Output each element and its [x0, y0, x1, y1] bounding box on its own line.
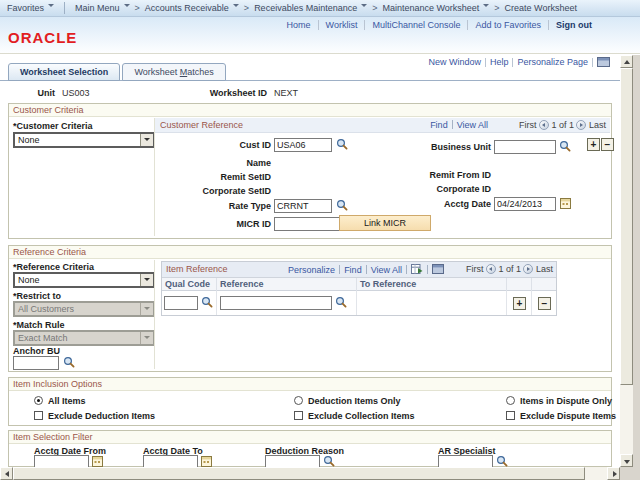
deduction-reason-lookup-icon[interactable]: [323, 455, 335, 467]
help-link[interactable]: Help: [490, 57, 509, 67]
restrict-to-select: All Customers: [13, 301, 155, 317]
divider: [452, 120, 453, 129]
page-utility-bar: New Window Help Personalize Page: [428, 57, 610, 67]
acctg-date-input[interactable]: [494, 197, 556, 211]
reference-criteria-label: *Reference Criteria: [13, 262, 94, 272]
exclude-dispute-items-label: Exclude Dispute Items: [520, 411, 616, 421]
breadcrumb-maintenance-worksheet[interactable]: Maintenance Worksheet: [382, 3, 489, 13]
breadcrumb-separator: >: [135, 3, 140, 13]
personalize-link[interactable]: Personalize: [288, 265, 335, 275]
scroll-down-button[interactable]: [620, 454, 633, 467]
horizontal-scrollbar-thumb[interactable]: [13, 467, 585, 480]
divider: [154, 118, 155, 236]
new-window-link[interactable]: New Window: [428, 57, 481, 67]
item-inclusion-title: Item Inclusion Options: [9, 378, 611, 391]
tab-worksheet-selection[interactable]: Worksheet Selection: [8, 63, 120, 81]
customer-criteria-title: Customer Criteria: [9, 104, 611, 117]
find-link[interactable]: Find: [344, 265, 362, 275]
cust-id-input[interactable]: [274, 138, 332, 152]
all-items-radio[interactable]: [34, 396, 43, 405]
breadcrumb-receivables-maintenance[interactable]: Receivables Maintenance: [254, 3, 367, 13]
to-reference-cell: [357, 291, 507, 315]
item-reference-grid: Item Reference PersonalizeFindView All F…: [161, 261, 557, 316]
rate-type-input[interactable]: [274, 199, 332, 213]
all-items-label: All Items: [48, 396, 86, 406]
add-row-button[interactable]: +: [513, 297, 526, 310]
dropdown-arrow-icon[interactable]: [140, 134, 153, 146]
vertical-scrollbar: [620, 55, 633, 467]
exclude-deduction-items-label: Exclude Deduction Items: [48, 411, 155, 421]
customer-reference-header: Customer Reference FindView All First 1 …: [155, 118, 610, 133]
exclude-deduction-items-checkbox[interactable]: [34, 411, 43, 420]
remit-setid-label: Remit SetID: [159, 172, 271, 182]
divider: [64, 2, 65, 14]
item-inclusion-groupbox: Item Inclusion Options All Items Deducti…: [8, 377, 612, 426]
find-link[interactable]: Find: [430, 120, 448, 130]
chevron-down-icon: [483, 4, 489, 10]
scroll-right-button[interactable]: [607, 467, 620, 480]
previous-row-icon[interactable]: [486, 264, 496, 274]
reference-lookup-icon[interactable]: [335, 296, 347, 308]
item-selection-filter-groupbox: Item Selection Filter Acctg Date From Ac…: [8, 430, 612, 467]
acctg-date-label: Acctg Date: [379, 199, 491, 209]
next-row-icon[interactable]: [576, 120, 586, 130]
business-unit-lookup-icon[interactable]: [559, 140, 571, 152]
add-row-button[interactable]: +: [587, 138, 600, 151]
anchor-bu-lookup-icon[interactable]: [63, 356, 75, 368]
vertical-scrollbar-thumb[interactable]: [620, 68, 633, 385]
reference-criteria-groupbox: Reference Criteria *Reference Criteria N…: [8, 245, 612, 372]
corporate-id-label: Corporate ID: [379, 184, 491, 194]
previous-row-icon[interactable]: [539, 120, 549, 130]
chevron-down-icon: [361, 4, 367, 10]
acctg-date-calendar-icon[interactable]: [560, 197, 571, 209]
worklist-link[interactable]: Worklist: [326, 20, 358, 30]
add-to-favorites-link[interactable]: Add to Favorites: [475, 20, 541, 30]
ar-specialist-lookup-icon[interactable]: [496, 455, 508, 467]
view-all-link[interactable]: View All: [457, 120, 488, 130]
tab-strip: Worksheet Selection Worksheet Matches: [8, 63, 228, 81]
acctg-date-to-calendar-icon[interactable]: [201, 455, 212, 467]
cust-id-lookup-icon[interactable]: [336, 138, 348, 150]
page-position: 1 of 1: [498, 264, 521, 274]
remit-from-id-label: Remit From ID: [379, 170, 491, 180]
exclude-collection-items-checkbox[interactable]: [294, 411, 303, 420]
anchor-bu-input[interactable]: [13, 356, 59, 370]
view-all-link[interactable]: View All: [371, 265, 402, 275]
items-in-dispute-only-label: Items in Dispute Only: [520, 396, 612, 406]
next-row-icon[interactable]: [523, 264, 533, 274]
cust-id-label: Cust ID: [159, 140, 271, 150]
delete-row-button[interactable]: −: [601, 138, 614, 151]
customer-criteria-select[interactable]: None: [13, 132, 155, 148]
tab-worksheet-matches[interactable]: Worksheet Matches: [122, 63, 225, 81]
copy-url-icon[interactable]: [597, 57, 610, 67]
breadcrumb-accounts-receivable[interactable]: Accounts Receivable: [145, 3, 239, 13]
link-micr-button[interactable]: Link MICR: [339, 215, 431, 231]
delete-row-button[interactable]: −: [538, 297, 551, 310]
deduction-items-only-radio[interactable]: [294, 396, 303, 405]
home-link[interactable]: Home: [287, 20, 311, 30]
qual-code-lookup-icon[interactable]: [201, 296, 213, 308]
sign-out-link[interactable]: Sign out: [556, 20, 592, 30]
scroll-up-button[interactable]: [620, 55, 633, 68]
chevron-down-icon: [233, 4, 239, 10]
first-label: First: [466, 264, 484, 274]
breadcrumb-main-menu[interactable]: Main Menu: [75, 3, 130, 13]
qual-code-input[interactable]: [164, 296, 198, 310]
grid-popout-icon[interactable]: [432, 264, 444, 274]
items-in-dispute-only-radio[interactable]: [506, 396, 515, 405]
scroll-left-button[interactable]: [0, 467, 13, 480]
reference-criteria-select[interactable]: None: [13, 272, 155, 288]
dropdown-arrow-icon[interactable]: [140, 274, 153, 286]
download-to-excel-icon[interactable]: [411, 264, 423, 274]
multichannel-console-link[interactable]: MultiChannel Console: [372, 20, 460, 30]
business-unit-input[interactable]: [494, 140, 556, 154]
reference-input[interactable]: [220, 296, 332, 310]
rate-type-lookup-icon[interactable]: [336, 199, 348, 211]
exclude-dispute-items-checkbox[interactable]: [506, 411, 515, 420]
column-header-spacer: [507, 278, 532, 291]
acctg-date-from-calendar-icon[interactable]: [92, 455, 103, 467]
personalize-page-link[interactable]: Personalize Page: [517, 57, 588, 67]
item-reference-column-headers: Qual Code Reference To Reference: [162, 278, 556, 291]
customer-criteria-label: *Customer Criteria: [13, 121, 93, 131]
favorites-menu[interactable]: Favorites: [7, 3, 54, 13]
